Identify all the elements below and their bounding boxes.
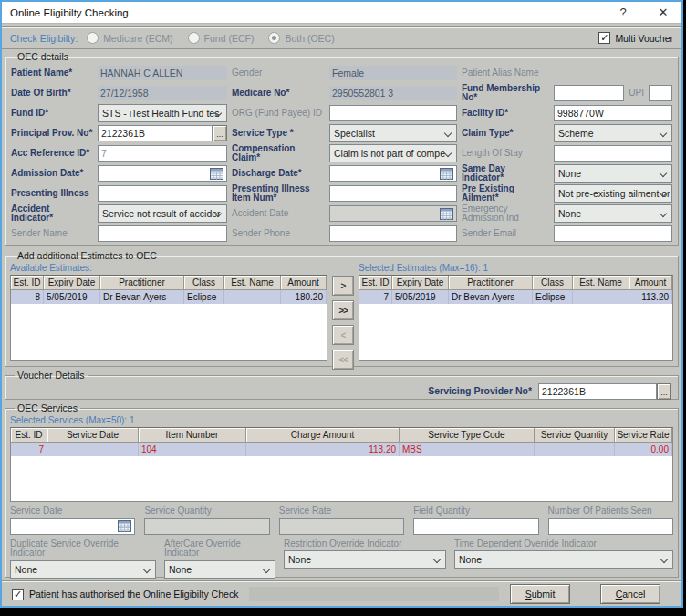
radio-medicare-ecm-label: Medicare (ECM) bbox=[103, 33, 172, 44]
col-est-id[interactable]: Est. ID bbox=[11, 428, 47, 443]
medicare-no-label: Medicare No* bbox=[232, 89, 325, 99]
servicing-provider-input[interactable]: 2122361B bbox=[538, 383, 657, 400]
admission-date-input[interactable] bbox=[98, 165, 227, 182]
restriction-override-label: Restriction Override Indicator bbox=[284, 539, 446, 549]
principal-prov-browse-button[interactable]: ... bbox=[213, 125, 227, 141]
patient-authorised-checkbox[interactable]: ✓ bbox=[12, 589, 24, 600]
voucher-details-title: Voucher Details bbox=[15, 370, 88, 381]
submit-button[interactable]: Submit bbox=[510, 584, 570, 604]
calendar-icon[interactable] bbox=[210, 168, 223, 180]
radio-both-oec[interactable] bbox=[268, 32, 280, 44]
col-amount[interactable]: Amount bbox=[629, 276, 672, 290]
accident-indicator-select[interactable]: Service not result of accider bbox=[98, 204, 227, 223]
oec-details-title: OEC details bbox=[15, 51, 71, 62]
multi-voucher-checkbox[interactable]: ✓ bbox=[598, 32, 610, 44]
service-date-input[interactable] bbox=[10, 518, 135, 535]
sender-phone-input[interactable] bbox=[329, 225, 457, 242]
pre-existing-ailment-select[interactable]: Not pre-existing ailment or bbox=[554, 184, 672, 203]
sender-phone-label: Sender Phone bbox=[232, 229, 325, 239]
services-table[interactable]: Est. ID Service Date Item Number Charge … bbox=[10, 427, 673, 502]
col-amount[interactable]: Amount bbox=[281, 276, 327, 290]
aftercare-override-select[interactable]: None bbox=[164, 560, 275, 579]
col-est-name[interactable]: Est. Name bbox=[573, 276, 629, 290]
restriction-override-select[interactable]: None bbox=[284, 550, 446, 569]
fund-id-select[interactable]: STS - iTest Health Fund tes bbox=[98, 104, 227, 122]
principal-prov-input[interactable]: 2122361B bbox=[98, 125, 213, 141]
claim-type-label: Claim Type* bbox=[462, 129, 549, 139]
cancel-button[interactable]: Cancel bbox=[600, 584, 660, 604]
close-icon[interactable]: ✕ bbox=[653, 5, 673, 19]
service-date-label: Service Date bbox=[10, 506, 135, 517]
org-payee-input[interactable] bbox=[329, 105, 457, 121]
time-dependent-override-select[interactable]: None bbox=[454, 550, 673, 569]
col-service-date[interactable]: Service Date bbox=[47, 428, 139, 443]
service-type-select[interactable]: Specialist bbox=[329, 124, 457, 142]
length-of-stay-input[interactable] bbox=[554, 145, 672, 162]
patients-seen-label: Number Of Patients Seen bbox=[548, 506, 673, 517]
presenting-illness-label: Presenting Illness bbox=[11, 189, 93, 199]
col-charge-amount[interactable]: Charge Amount bbox=[246, 428, 400, 443]
emergency-admission-select[interactable]: None bbox=[554, 204, 672, 223]
table-header: Est. ID Expiry Date Practitioner Class E… bbox=[11, 276, 327, 290]
duplicate-service-override-select[interactable]: None bbox=[10, 560, 156, 579]
col-item-number[interactable]: Item Number bbox=[139, 428, 246, 443]
table-row[interactable]: 7 5/05/2019 Dr Bevan Ayers Eclipse 113.2… bbox=[359, 290, 672, 304]
col-est-id[interactable]: Est. ID bbox=[359, 276, 392, 290]
multi-voucher-wrap: ✓ Multi Voucher bbox=[598, 32, 673, 44]
servicing-provider-label: Servicing Provider No* bbox=[428, 386, 532, 396]
servicing-provider-browse-button[interactable]: ... bbox=[657, 383, 671, 400]
claim-type-select[interactable]: Scheme bbox=[554, 124, 672, 142]
col-est-name[interactable]: Est. Name bbox=[224, 276, 281, 290]
footer-spacer bbox=[249, 587, 499, 601]
col-expiry-date[interactable]: Expiry Date bbox=[392, 276, 449, 290]
calendar-icon[interactable] bbox=[440, 168, 453, 180]
col-service-rate[interactable]: Service Rate bbox=[615, 428, 672, 443]
patient-alias-label: Patient Alias Name bbox=[462, 68, 549, 78]
move-left-button[interactable]: < bbox=[332, 325, 354, 345]
upi-label: UPI bbox=[629, 89, 644, 99]
move-right-button[interactable]: > bbox=[332, 276, 354, 296]
radio-fund-ecf[interactable] bbox=[188, 32, 200, 44]
col-est-id[interactable]: Est. ID bbox=[11, 276, 44, 290]
col-class[interactable]: Class bbox=[533, 276, 573, 290]
col-practitioner[interactable]: Practitioner bbox=[449, 276, 533, 290]
presenting-illness-item-input[interactable] bbox=[329, 185, 457, 202]
sender-name-input[interactable] bbox=[98, 225, 227, 242]
service-type-label: Service Type * bbox=[232, 129, 325, 139]
presenting-illness-input[interactable] bbox=[98, 185, 227, 202]
field-quantity-label: Field Quantity bbox=[413, 506, 538, 517]
acc-reference-label: Acc Reference ID* bbox=[11, 149, 93, 159]
col-expiry-date[interactable]: Expiry Date bbox=[44, 276, 100, 290]
help-icon[interactable]: ? bbox=[613, 5, 633, 19]
col-class[interactable]: Class bbox=[184, 276, 224, 290]
sender-email-input[interactable] bbox=[554, 225, 672, 242]
same-day-indicator-select[interactable]: None bbox=[554, 164, 672, 183]
radio-medicare-ecm[interactable] bbox=[87, 32, 99, 44]
aftercare-override-field: AfterCare Override Indicator None bbox=[164, 539, 275, 579]
move-all-left-button[interactable]: << bbox=[332, 350, 354, 370]
field-quantity-input[interactable] bbox=[413, 518, 538, 535]
facility-id-label: Facility ID* bbox=[462, 109, 549, 119]
table-row[interactable]: 7 104 113.20 MBS 0.00 bbox=[11, 443, 672, 456]
col-service-quantity[interactable]: Service Quantity bbox=[535, 428, 615, 443]
footer-bar: ✓ Patient has authorised the Online Elig… bbox=[2, 580, 681, 607]
oec-details-group: OEC details Patient Name* HANNAH C ALLEN… bbox=[5, 51, 679, 246]
patient-name-label: Patient Name* bbox=[11, 68, 93, 78]
selected-estimates-table[interactable]: Est. ID Expiry Date Practitioner Class E… bbox=[359, 275, 673, 361]
discharge-date-input[interactable] bbox=[329, 165, 457, 182]
upi-input[interactable] bbox=[649, 85, 672, 101]
patients-seen-input[interactable] bbox=[548, 518, 673, 535]
move-all-right-button[interactable]: >> bbox=[332, 300, 354, 320]
col-service-type-code[interactable]: Service Type Code bbox=[400, 428, 535, 443]
col-practitioner[interactable]: Practitioner bbox=[100, 276, 184, 290]
selected-estimates-panel: Selected Estimates (Max=16): 1 Est. ID E… bbox=[359, 262, 673, 361]
table-row[interactable]: 8 5/05/2019 Dr Bevan Ayers Eclipse 180.2… bbox=[11, 290, 327, 304]
facility-id-input[interactable]: 9988770W bbox=[554, 105, 672, 121]
radio-fund-ecf-label: Fund (ECF) bbox=[204, 33, 255, 44]
available-estimates-table[interactable]: Est. ID Expiry Date Practitioner Class E… bbox=[10, 275, 327, 361]
calendar-icon[interactable] bbox=[118, 520, 131, 532]
compensation-claim-select[interactable]: Claim is not part of compe bbox=[329, 144, 457, 162]
field-quantity-field: Field Quantity bbox=[413, 506, 538, 535]
acc-reference-input[interactable]: 7 bbox=[98, 145, 227, 162]
fund-membership-input[interactable] bbox=[554, 85, 624, 101]
